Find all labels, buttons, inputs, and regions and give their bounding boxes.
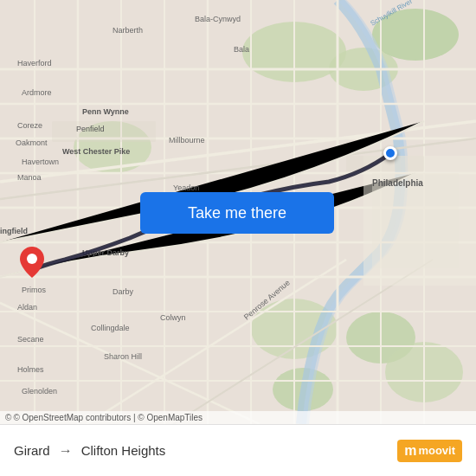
svg-text:Ardmore: Ardmore: [22, 88, 52, 97]
attribution-bar: © © OpenStreetMap contributors | © OpenM…: [0, 411, 476, 424]
route-from: Girard: [14, 443, 50, 458]
svg-text:Coreze: Coreze: [17, 121, 42, 130]
svg-text:Millbourne: Millbourne: [169, 136, 205, 145]
moovit-label: moovit: [418, 444, 455, 457]
moovit-m-icon: m: [404, 443, 416, 459]
take-me-there-button[interactable]: Take me there: [140, 192, 334, 234]
route-to: Clifton Heights: [81, 443, 166, 458]
end-marker: [20, 247, 44, 278]
svg-text:Manoa: Manoa: [17, 173, 42, 182]
bottom-bar: Girard → Clifton Heights m moovit: [0, 424, 476, 476]
moovit-branding: m moovit: [397, 440, 462, 462]
svg-text:Bala-Cynwyd: Bala-Cynwyd: [195, 15, 241, 23]
svg-text:Collingdale: Collingdale: [91, 324, 130, 332]
svg-text:Sharon Hill: Sharon Hill: [104, 352, 142, 361]
svg-text:Aldan: Aldan: [17, 303, 37, 312]
svg-text:ingfield: ingfield: [0, 227, 28, 235]
svg-text:Primos: Primos: [22, 286, 47, 294]
map-container: Haverford Narberth Bala-Cynwyd Ardmore C…: [0, 0, 476, 424]
svg-text:Bala: Bala: [234, 45, 249, 54]
svg-text:Philadelphia: Philadelphia: [372, 178, 423, 188]
svg-text:Glenolden: Glenolden: [22, 387, 57, 396]
svg-text:Havertown: Havertown: [22, 158, 59, 166]
svg-text:Upper Darby: Upper Darby: [82, 248, 129, 257]
copyright-icon: ©: [5, 413, 11, 422]
svg-text:Yeadon: Yeadon: [173, 183, 199, 192]
svg-text:Holmes: Holmes: [17, 365, 44, 374]
svg-text:Oakmont: Oakmont: [16, 138, 48, 147]
svg-text:Haverford: Haverford: [17, 59, 52, 68]
start-marker: [383, 146, 397, 160]
svg-text:Penn Wynne: Penn Wynne: [82, 107, 129, 116]
svg-text:Penfield: Penfield: [76, 125, 105, 133]
svg-text:West Chester Pike: West Chester Pike: [62, 147, 130, 156]
svg-text:Secane: Secane: [17, 335, 44, 344]
svg-point-61: [27, 254, 37, 264]
svg-text:Darby: Darby: [113, 287, 134, 296]
svg-text:Colwyn: Colwyn: [160, 313, 186, 322]
attribution-text: © OpenStreetMap contributors | © OpenMap…: [13, 413, 203, 422]
route-arrow-icon: →: [59, 443, 73, 459]
svg-text:Narberth: Narberth: [113, 26, 143, 35]
